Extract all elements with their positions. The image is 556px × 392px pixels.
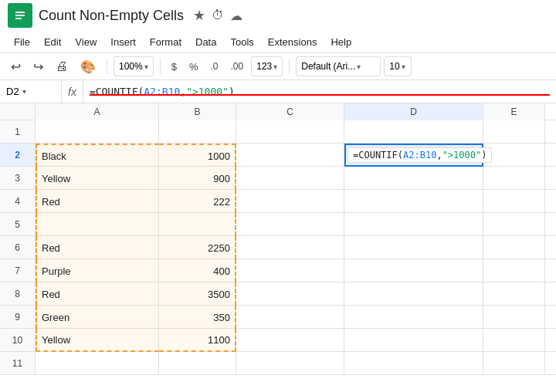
- cell-c7[interactable]: [236, 259, 344, 282]
- cell-e3[interactable]: [483, 167, 545, 190]
- col-header-c: C: [236, 103, 344, 120]
- cell-a2[interactable]: Black: [36, 144, 159, 167]
- cell-c11[interactable]: [236, 352, 344, 375]
- decimal-decrease-button[interactable]: .0: [206, 58, 223, 75]
- cell-c3[interactable]: [236, 167, 344, 190]
- cell-b10[interactable]: 1100: [159, 329, 236, 352]
- undo-button[interactable]: ↩: [6, 56, 25, 77]
- percent-button[interactable]: %: [185, 58, 203, 76]
- cell-c10[interactable]: [236, 329, 344, 352]
- cell-ref-value: D2: [6, 86, 19, 97]
- cell-a4[interactable]: Red: [36, 190, 159, 213]
- cell-d7[interactable]: [344, 259, 483, 282]
- cell-d10[interactable]: [344, 329, 483, 352]
- cell-e9[interactable]: [483, 306, 545, 329]
- cell-b3[interactable]: 900: [159, 167, 236, 190]
- menu-view[interactable]: View: [69, 33, 103, 51]
- cell-a9[interactable]: Green: [36, 306, 159, 329]
- decimal-increase-button[interactable]: .00: [226, 58, 249, 75]
- cell-b11[interactable]: [159, 352, 236, 375]
- menu-format[interactable]: Format: [144, 33, 188, 51]
- cell-b8[interactable]: 3500: [159, 282, 236, 306]
- cell-a7[interactable]: Purple: [36, 259, 159, 282]
- cell-d2[interactable]: =COUNTIF(A2:B10,">1000"): [344, 144, 483, 167]
- font-size-dropdown[interactable]: 10 ▾: [384, 56, 412, 76]
- font-family-dropdown[interactable]: Default (Ari... ▾: [296, 56, 381, 76]
- cell-c6[interactable]: [236, 236, 344, 259]
- cell-b4[interactable]: 222: [159, 190, 236, 213]
- cell-d1[interactable]: [344, 120, 483, 144]
- cell-a10[interactable]: Yellow: [36, 329, 159, 352]
- row-header: 8: [0, 282, 36, 305]
- cell-e11[interactable]: [483, 352, 545, 375]
- fx-icon: fx: [62, 80, 83, 103]
- cell-e2[interactable]: [483, 144, 545, 167]
- menu-extensions[interactable]: Extensions: [262, 33, 324, 51]
- redo-button[interactable]: ↪: [29, 56, 48, 77]
- cell-e4[interactable]: [483, 190, 545, 213]
- cell-c8[interactable]: [236, 282, 344, 306]
- table-row: 6 Red 2250: [0, 236, 556, 259]
- cell-b6[interactable]: 2250: [159, 236, 236, 259]
- cell-a5[interactable]: [36, 213, 159, 236]
- svg-rect-2: [15, 15, 25, 16]
- cell-e6[interactable]: [483, 236, 545, 259]
- row-header: 1: [0, 120, 36, 143]
- cell-a8[interactable]: Red: [36, 282, 159, 306]
- menu-tools[interactable]: Tools: [224, 33, 259, 51]
- font-family-label: Default (Ari...: [301, 61, 355, 72]
- cell-d9[interactable]: [344, 306, 483, 329]
- dollar-button[interactable]: $: [167, 58, 181, 76]
- cell-c9[interactable]: [236, 306, 344, 329]
- cell-ref-dropdown[interactable]: ▾: [22, 87, 26, 96]
- cell-d5[interactable]: [344, 213, 483, 236]
- cell-b1[interactable]: [159, 120, 236, 144]
- format-painter-button[interactable]: 🎨: [76, 56, 100, 77]
- cell-e1[interactable]: [483, 120, 545, 144]
- table-row: 7 Purple 400: [0, 259, 556, 282]
- menu-file[interactable]: File: [8, 33, 36, 51]
- menu-data[interactable]: Data: [189, 33, 222, 51]
- cell-a6[interactable]: Red: [36, 236, 159, 259]
- cell-c2[interactable]: [236, 144, 344, 167]
- row-header: 5: [0, 213, 36, 235]
- cell-c4[interactable]: [236, 190, 344, 213]
- cell-e7[interactable]: [483, 259, 545, 282]
- cell-b9[interactable]: 350: [159, 306, 236, 329]
- print-button[interactable]: 🖨: [51, 56, 73, 76]
- cell-d6[interactable]: [344, 236, 483, 259]
- cell-b7[interactable]: 400: [159, 259, 236, 282]
- cell-d4[interactable]: [344, 190, 483, 213]
- formula-bar: D2 ▾ fx =COUNTIF(A2:B10,">1000"): [0, 80, 556, 103]
- menu-help[interactable]: Help: [324, 33, 358, 51]
- menu-bar: File Edit View Insert Format Data Tools …: [0, 31, 556, 52]
- cell-a1[interactable]: [36, 120, 159, 144]
- separator-3: [289, 59, 290, 74]
- cell-d3[interactable]: [344, 167, 483, 190]
- cell-e10[interactable]: [483, 329, 545, 352]
- menu-insert[interactable]: Insert: [104, 33, 142, 51]
- app-icon: [8, 3, 32, 28]
- history-icon[interactable]: ⏱: [212, 8, 224, 22]
- separator-2: [160, 59, 161, 74]
- star-icon[interactable]: ★: [193, 7, 205, 24]
- cell-b2[interactable]: 1000: [159, 144, 236, 167]
- cell-d8[interactable]: [344, 282, 483, 306]
- cell-e5[interactable]: [483, 213, 545, 236]
- cell-e8[interactable]: [483, 282, 545, 306]
- cell-d11[interactable]: [344, 352, 483, 375]
- number-format-arrow: ▾: [273, 63, 277, 71]
- row-header: 3: [0, 167, 36, 189]
- cell-c5[interactable]: [236, 213, 344, 236]
- formula-content[interactable]: =COUNTIF(A2:B10,">1000"): [83, 86, 556, 97]
- cell-a3[interactable]: Yellow: [36, 167, 159, 190]
- svg-rect-1: [15, 12, 25, 13]
- menu-edit[interactable]: Edit: [38, 33, 67, 51]
- cell-b5[interactable]: [159, 213, 236, 236]
- cell-a11[interactable]: [36, 352, 159, 375]
- cell-reference[interactable]: D2 ▾: [0, 80, 62, 103]
- zoom-dropdown[interactable]: 100% ▾: [114, 56, 154, 76]
- tooltip-prefix: =COUNTIF(: [353, 150, 403, 161]
- cell-c1[interactable]: [236, 120, 344, 144]
- number-format-dropdown[interactable]: 123 ▾: [251, 56, 283, 76]
